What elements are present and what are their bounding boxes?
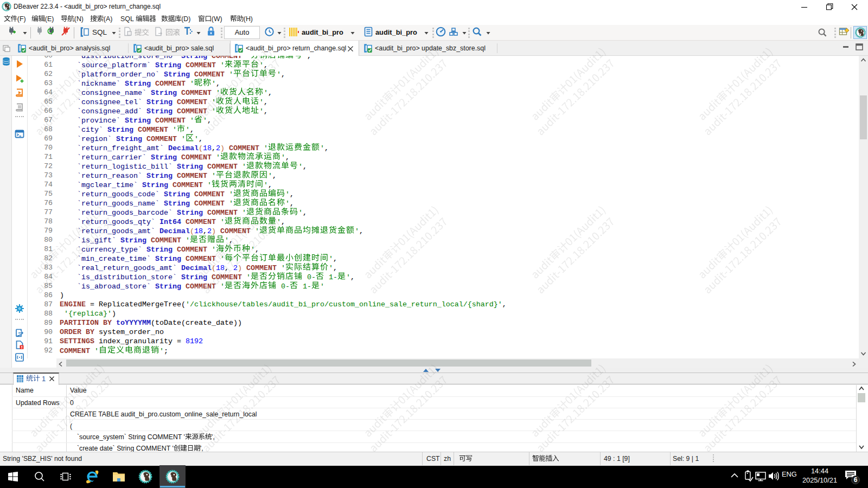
- svg-text:6: 6: [854, 476, 858, 484]
